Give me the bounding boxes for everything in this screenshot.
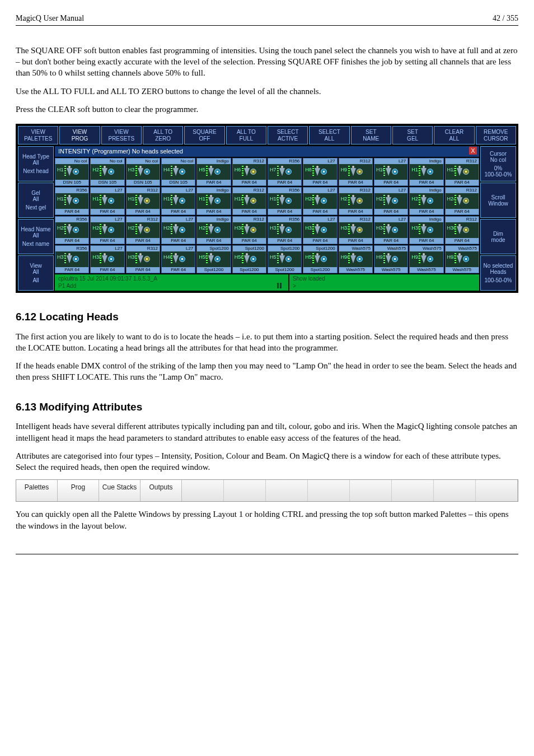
head-cell[interactable]: Wash575H92Wash575 xyxy=(409,245,443,273)
head-cell[interactable]: No colH2DSN 105 xyxy=(90,158,124,186)
toolbar-button[interactable]: Cue Stacks xyxy=(99,480,140,501)
head-cell[interactable]: L27H20PAR 64 xyxy=(303,187,337,215)
head-cell[interactable]: R312H6PAR 64 xyxy=(232,158,266,186)
soft-button[interactable]: SQUAREOFF xyxy=(184,126,224,144)
head-cell[interactable]: L27H28PAR 64 xyxy=(161,216,195,244)
head-cell[interactable]: R312H15PAR 64 xyxy=(126,187,160,215)
head-cell[interactable]: R312H24PAR 64 xyxy=(445,187,479,215)
soft-button[interactable]: VIEWPROG xyxy=(59,126,100,144)
footer-rule xyxy=(16,554,518,554)
head-cell[interactable]: Spot1200H58Spot1200 xyxy=(303,245,337,273)
side-col-right: CursorNo col0%100-50-0%ScrollWindowDimmo… xyxy=(480,146,516,291)
toolbar-button[interactable]: Outputs xyxy=(140,480,182,501)
head-cell[interactable]: No colH3DSN 105 xyxy=(126,158,160,186)
head-cell[interactable]: IndigoH17PAR 64 xyxy=(196,187,231,215)
head-cell[interactable]: IndigoH23PAR 64 xyxy=(409,187,443,215)
toolbar-blank xyxy=(266,480,308,501)
head-cell[interactable]: No colH1DSN 105 xyxy=(55,158,89,186)
soft-button[interactable]: ALL TOZERO xyxy=(143,126,183,144)
head-cell[interactable]: R312H9PAR 64 xyxy=(339,158,373,186)
sec612-p2: If the heads enable DMX control of the s… xyxy=(16,360,518,383)
side-button[interactable]: CursorNo col0%100-50-0% xyxy=(480,146,516,181)
head-cell[interactable]: R356H31PAR 64 xyxy=(268,216,302,244)
status-left: cpkultra 15 Jul 2014 09:01:37 1.6.5.3_A … xyxy=(55,274,288,291)
head-cell[interactable]: Spot1200H57Spot1200 xyxy=(268,245,302,273)
toolbar-button[interactable]: Palettes xyxy=(16,480,58,501)
head-cell[interactable]: L27H40PAR 64 xyxy=(161,245,195,273)
head-cell[interactable]: L27H16PAR 64 xyxy=(161,187,195,215)
head-cell[interactable]: Spot1200H56Spot1200 xyxy=(232,245,266,273)
head-grid: No colH1DSN 105No colH2DSN 105No colH3DS… xyxy=(55,158,479,273)
head-cell[interactable]: R312H30PAR 64 xyxy=(232,216,266,244)
head-cell[interactable]: L27H22PAR 64 xyxy=(374,187,408,215)
soft-button[interactable]: REMOVECURSOR xyxy=(476,126,516,144)
head-cell[interactable]: IndigoH11PAR 64 xyxy=(409,158,443,186)
side-button[interactable]: GelAllNext gel xyxy=(18,183,54,218)
head-cell[interactable]: R356H7PAR 64 xyxy=(268,158,302,186)
head-cell[interactable]: R312H36PAR 64 xyxy=(445,216,479,244)
head-cell[interactable]: R312H12PAR 64 xyxy=(445,158,479,186)
status-right-top: Show loaded xyxy=(293,275,476,283)
head-cell[interactable]: R356H19PAR 64 xyxy=(268,187,302,215)
head-cell[interactable]: L27H26PAR 64 xyxy=(90,216,124,244)
side-button[interactable]: Head NameAllNext name xyxy=(18,219,54,254)
head-cell[interactable]: Spot1200H55Spot1200 xyxy=(196,245,231,273)
soft-button[interactable]: VIEWPALETTES xyxy=(18,126,58,144)
head-cell[interactable]: R312H18PAR 64 xyxy=(232,187,266,215)
side-button[interactable]: Head TypeAllNext head xyxy=(18,146,54,181)
intro-p3: Press the CLEAR soft button to clear the… xyxy=(16,104,518,115)
soft-button[interactable]: ALL TOFULL xyxy=(226,126,266,144)
head-cell[interactable]: L27H38PAR 64 xyxy=(90,245,124,273)
head-cell[interactable]: R356H37PAR 64 xyxy=(55,245,89,273)
side-button[interactable]: ScrollWindow xyxy=(480,183,516,218)
side-button[interactable]: Dimmode xyxy=(480,219,516,254)
soft-button[interactable]: SETNAME xyxy=(351,126,391,144)
pause-icon xyxy=(277,283,283,288)
toolbar-button[interactable]: Prog xyxy=(58,480,99,501)
head-cell[interactable]: Wash575H93Wash575 xyxy=(445,245,479,273)
intro-p2: Use the ALL TO FULL and ALL TO ZERO butt… xyxy=(16,86,518,97)
title-bar-text: INTENSITY (Programmer) No heads selected xyxy=(58,148,183,155)
programmer-screenshot: VIEWPALETTESVIEWPROGVIEWPRESETSALL TOZER… xyxy=(16,124,518,293)
toolbar-blank xyxy=(350,480,392,501)
head-cell[interactable]: IndigoH5PAR 64 xyxy=(196,158,231,186)
page-number: 42 / 355 xyxy=(493,13,518,24)
head-cell[interactable]: R312H21PAR 64 xyxy=(339,187,373,215)
status-left-top: cpkultra 15 Jul 2014 09:01:37 1.6.5.3_A xyxy=(58,275,285,283)
head-cell[interactable]: R356H25PAR 64 xyxy=(55,216,89,244)
head-cell[interactable]: L27H10PAR 64 xyxy=(374,158,408,186)
soft-button[interactable]: CLEARALL xyxy=(434,126,474,144)
soft-button[interactable]: VIEWPRESETS xyxy=(101,126,142,144)
toolbar-blank xyxy=(476,480,518,501)
toolbar-blank xyxy=(182,480,224,501)
soft-button[interactable]: SELECTACTIVE xyxy=(268,126,308,144)
head-cell[interactable]: IndigoH35PAR 64 xyxy=(409,216,443,244)
sec613-p2: Attributes are categorised into four typ… xyxy=(16,450,518,473)
soft-button[interactable]: SELECTALL xyxy=(309,126,349,144)
head-cell[interactable]: IndigoH29PAR 64 xyxy=(196,216,231,244)
status-right: Show loaded > xyxy=(288,274,479,291)
head-cell[interactable]: L27H32PAR 64 xyxy=(303,216,337,244)
head-cell[interactable]: L27H8PAR 64 xyxy=(303,158,337,186)
head-cell[interactable]: L27H34PAR 64 xyxy=(374,216,408,244)
head-cell[interactable]: Wash575H90Wash575 xyxy=(339,245,373,273)
side-button[interactable]: No selectedHeads100-50-0% xyxy=(480,255,516,291)
side-button[interactable]: ViewAllAll xyxy=(18,255,54,291)
intro-p1: The SQUARE OFF soft button enables fast … xyxy=(16,45,518,79)
soft-button[interactable]: SETGEL xyxy=(392,126,433,144)
head-cell[interactable]: Wash575H91Wash575 xyxy=(374,245,408,273)
head-cell[interactable]: R312H27PAR 64 xyxy=(126,216,160,244)
head-cell[interactable]: No colH4DSN 105 xyxy=(161,158,195,186)
head-cell[interactable]: R356H13PAR 64 xyxy=(55,187,89,215)
heading-6-13: 6.13 Modifying Attributes xyxy=(16,400,518,414)
head-cell[interactable]: R312H33PAR 64 xyxy=(339,216,373,244)
close-icon[interactable]: X xyxy=(469,147,477,155)
toolbar-blank xyxy=(308,480,350,501)
toolbar-blank xyxy=(224,480,266,501)
status-left-bot: P1 Add xyxy=(58,282,285,290)
head-cell[interactable]: L27H14PAR 64 xyxy=(90,187,124,215)
head-cell[interactable]: R312H39PAR 64 xyxy=(126,245,160,273)
soft-button-row: VIEWPALETTESVIEWPROGVIEWPRESETSALL TOZER… xyxy=(18,126,516,144)
toolbar-blank xyxy=(434,480,476,501)
closing-p: You can quickly open all the Palette Win… xyxy=(16,508,518,531)
